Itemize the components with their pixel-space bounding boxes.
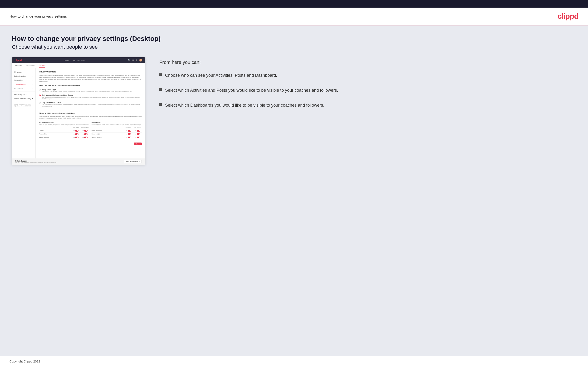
bullet-list: Choose who can see your Activities, Post… [159,72,576,108]
practice-coaches-toggle[interactable] [75,133,78,135]
practice-coaches-on-label: ON [73,133,75,135]
what-coaches-toggle-wrap: ON [124,137,133,138]
rounds-toggles: ON ON [72,130,89,132]
help-title: Help & Support [15,160,57,162]
radio-everyone-text: Everyone on Clippd Everyone on Clippd ca… [42,89,132,92]
rounds-coaches-toggle[interactable] [75,130,78,132]
round-insights-coaches-on-label: ON [126,133,128,135]
sidebar-label-subscription: Subscription [14,79,23,81]
row-what-to-work-on: What To Work On ON ON [92,136,142,139]
dash-followers-col-header: FOLLOWERS [133,127,142,128]
sidebar-label-data-integrations: Data Integrations [14,75,26,77]
what-coaches-on-label: ON [126,137,128,138]
radio-followers-input[interactable] [39,94,41,96]
dashboards-table-cols: COACHES FOLLOWERS [92,127,142,129]
player-coaches-toggle[interactable] [128,130,131,132]
manual-coaches-toggle-wrap: ON [72,137,80,138]
sidebar-item-service-privacy[interactable]: Service & Privacy Policy ↗ [12,97,35,101]
nav-home[interactable]: Home [65,59,69,61]
player-coaches-toggle-wrap: ON [124,130,133,132]
save-button[interactable]: Save [134,142,142,145]
sidebar-divider [12,91,35,92]
bullet-icon-1 [159,73,162,76]
rounds-followers-toggle[interactable] [84,130,87,132]
sidebar-label-my-account: My Account [14,71,22,73]
chevron-right-icon-4: › [33,83,33,85]
grid-icon[interactable]: ⊞ [132,59,134,61]
radio-coach-only: Only You and Your Coach Only you and the… [39,102,142,107]
practice-followers-toggle[interactable] [84,133,87,135]
rounds-followers-on-label: ON [83,130,84,131]
round-insights-followers-toggle[interactable] [137,133,140,135]
top-bar [0,0,588,8]
header: How to change your privacy settings clip… [0,8,588,25]
help-info: Help & Support Visit our Clippd communit… [15,160,57,163]
bullet-text-1: Choose who can see your Activities, Post… [165,72,277,79]
practice-coaches-toggle-wrap: ON [72,133,80,135]
practice-followers-on-label: ON [83,133,84,135]
manual-followers-toggle[interactable] [84,137,87,138]
mockup-main-panel: Privacy Controls Control how you and you… [36,68,145,158]
chevron-right-icon: › [33,71,33,73]
manual-coaches-toggle[interactable] [75,137,78,138]
sidebar-item-my-golf-bag[interactable]: My Golf Bag › [12,86,35,90]
what-followers-toggle[interactable] [137,137,140,138]
round-insights-coaches-toggle[interactable] [128,133,131,135]
bell-icon[interactable]: ⚙ [136,59,138,61]
row-practice-drills: Practice Drills ON ON [39,133,89,136]
player-dashboard-label: Player Dashboard [92,130,124,131]
radio-followers-desc: Only approved followers and coaches you … [42,96,142,100]
radio-group: Everyone on Clippd Everyone on Clippd ca… [39,89,142,107]
mockup-nav-links: Home My Performance [65,59,85,61]
what-followers-toggle-wrap: ON [133,137,142,138]
tab-my-profile[interactable]: My Profile [15,63,22,68]
visit-community-button[interactable]: Visit Our Community ↗ [124,160,142,163]
radio-coach-only-text: Only You and Your Coach Only you and the… [42,102,142,107]
radio-coach-only-input[interactable] [39,102,41,104]
show-hide-desc: Regardless of the privacy controls that … [39,115,142,119]
bullet-text-3: Select which Dashboards you would like t… [165,102,324,108]
what-followers-on-label: ON [135,137,137,138]
bullet-item-1: Choose who can see your Activities, Post… [159,72,576,79]
avatar[interactable] [139,59,142,61]
radio-followers-label: Only Approved Followers and Your Coach [42,94,142,96]
bullet-icon-2 [159,88,162,91]
save-row: Save [39,141,142,147]
help-desc: Visit our Clippd community to troublesho… [15,162,57,163]
activities-table-desc: Select the types of activity that you'd … [39,124,89,125]
bullet-icon-3 [159,103,162,106]
bullets-section: From here you can: Choose who can see yo… [159,57,576,108]
chevron-right-icon-2: › [33,75,33,77]
tab-connections[interactable]: Connections [26,63,35,68]
radio-coach-only-desc: Only you and the coaches you connect wit… [42,104,142,107]
radio-everyone-input[interactable] [39,89,41,91]
radio-everyone-label: Everyone on Clippd [42,89,132,90]
content-row: clippd Home My Performance 🔍 ⊞ ⚙ My Prof… [12,57,576,165]
section-divider [39,110,142,110]
dashboards-table-desc: Select the types of activity that you'd … [92,124,142,125]
player-followers-toggle[interactable] [137,130,140,132]
round-insights-followers-toggle-wrap: ON [133,133,142,135]
sidebar-version: Clippd Client Version: 2022.8.2SQL Serve… [12,103,35,108]
what-to-work-on-label: What To Work On [92,137,124,138]
mockup-section-title: Privacy Controls [39,71,142,73]
header-title: How to change your privacy settings [9,14,67,18]
sidebar-item-data-integrations[interactable]: Data Integrations › [12,74,35,78]
nav-my-performance[interactable]: My Performance [73,59,85,61]
player-dashboard-toggles: ON ON [124,130,142,132]
sidebar-label-service-privacy: Service & Privacy Policy ↗ [14,98,33,100]
sidebar-item-subscription[interactable]: Subscription › [12,78,35,82]
page-subtitle: Choose what you want people to see [12,44,576,50]
sidebar-item-help-support[interactable]: Help & Support ↗ [12,92,35,97]
mockup-description: Control how you and your data appears to… [39,74,142,82]
activities-table: Activities and Posts Select the types of… [39,122,89,139]
search-icon[interactable]: 🔍 [128,59,130,61]
tab-settings[interactable]: Settings [39,63,45,68]
mockup-sidebar: My Account › Data Integrations › Subscri… [12,68,36,158]
radio-followers: Only Approved Followers and Your Coach O… [39,94,142,100]
sidebar-item-privacy-controls[interactable]: Privacy Controls › [12,82,35,86]
what-coaches-toggle[interactable] [128,137,131,138]
rounds-coaches-toggle-wrap: ON [72,130,80,132]
main-content: How to change your privacy settings (Des… [0,25,588,356]
sidebar-item-my-account[interactable]: My Account › [12,70,35,74]
